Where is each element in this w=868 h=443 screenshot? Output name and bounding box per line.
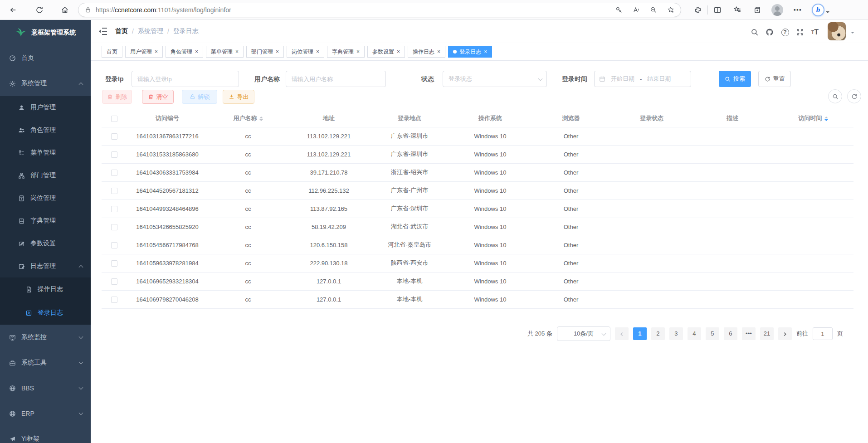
clear-button[interactable]: 清空 xyxy=(142,90,174,104)
sidebar-item-user-mgmt[interactable]: 用户管理 xyxy=(0,96,91,119)
row-checkbox[interactable] xyxy=(111,133,117,140)
browser-menu-icon[interactable]: ⋯ xyxy=(790,3,804,17)
font-size-icon[interactable]: TT xyxy=(809,26,821,38)
row-checkbox[interactable] xyxy=(111,188,117,194)
page-button[interactable]: 4 xyxy=(688,327,701,340)
row-checkbox[interactable] xyxy=(111,278,117,285)
row-checkbox[interactable] xyxy=(111,260,117,267)
search-button[interactable]: 搜索 xyxy=(719,71,751,87)
read-aloud-icon[interactable] xyxy=(633,6,640,14)
more-pages-button[interactable]: ••• xyxy=(742,327,756,340)
close-icon[interactable]: × xyxy=(195,49,198,54)
row-checkbox[interactable] xyxy=(111,242,117,248)
app-logo[interactable]: 意框架管理系统 xyxy=(0,20,91,45)
browser-home-icon[interactable] xyxy=(58,3,72,17)
breadcrumb-home[interactable]: 首页 xyxy=(115,27,128,35)
column-header-user[interactable]: 用户名称 xyxy=(208,110,288,127)
row-checkbox[interactable] xyxy=(111,297,117,303)
sidebar-item-erp[interactable]: ERP xyxy=(0,401,91,426)
tag-operation-log[interactable]: 操作日志× xyxy=(408,46,445,58)
fullscreen-icon[interactable] xyxy=(794,26,806,38)
page-button[interactable]: 3 xyxy=(669,327,683,340)
sidebar-item-param-settings[interactable]: 参数设置 xyxy=(0,232,91,255)
sidebar-item-menu-mgmt[interactable]: 菜单管理 xyxy=(0,141,91,164)
tag-role-mgmt[interactable]: 角色管理× xyxy=(166,46,203,58)
status-select[interactable]: 登录状态 xyxy=(443,71,547,87)
prev-page-button[interactable] xyxy=(615,327,629,340)
sidebar-item-system-tools[interactable]: 系统工具 xyxy=(0,350,91,375)
goto-page-input[interactable] xyxy=(813,327,833,340)
tag-dict-mgmt[interactable]: 字典管理× xyxy=(327,46,365,58)
sidebar-item-dept-mgmt[interactable]: 部门管理 xyxy=(0,164,91,187)
sort-carets-icon[interactable] xyxy=(259,115,263,123)
page-button[interactable]: 1 xyxy=(633,327,647,340)
page-button[interactable]: 2 xyxy=(651,327,665,340)
page-size-select[interactable]: 10条/页 xyxy=(557,326,610,341)
close-icon[interactable]: × xyxy=(276,49,279,54)
sidebar-item-operation-log[interactable]: 操作日志 xyxy=(0,277,91,301)
close-icon[interactable]: × xyxy=(437,49,440,54)
close-icon[interactable]: × xyxy=(155,49,158,54)
row-checkbox[interactable] xyxy=(111,206,117,212)
row-checkbox[interactable] xyxy=(111,224,117,230)
extensions-icon[interactable] xyxy=(691,3,705,17)
sidebar-item-role-mgmt[interactable]: 角色管理 xyxy=(0,119,91,141)
sidebar-item-system-mgmt[interactable]: 系统管理 xyxy=(0,71,91,96)
sidebar-item-login-log[interactable]: 登录日志 xyxy=(0,301,91,325)
copilot-caret-icon[interactable] xyxy=(826,11,829,15)
github-icon[interactable] xyxy=(764,26,775,38)
row-checkbox[interactable] xyxy=(111,151,117,158)
close-icon[interactable]: × xyxy=(397,49,400,54)
toggle-search-button[interactable] xyxy=(828,89,842,103)
user-name-input[interactable] xyxy=(286,71,386,87)
avatar-dropdown-caret-icon[interactable] xyxy=(851,32,854,35)
tag-post-mgmt[interactable]: 岗位管理× xyxy=(287,46,324,58)
breadcrumb-system-mgmt[interactable]: 系统管理 xyxy=(138,27,163,35)
add-favorite-icon[interactable] xyxy=(667,6,674,14)
export-button[interactable]: 导出 xyxy=(223,90,254,104)
page-button[interactable]: 5 xyxy=(706,327,719,340)
sidebar-item-dict-mgmt[interactable]: 字典管理 xyxy=(0,209,91,232)
password-key-icon[interactable] xyxy=(615,6,623,14)
login-ip-input[interactable] xyxy=(132,71,239,87)
sidebar-item-bbs[interactable]: BBS xyxy=(0,375,91,401)
header-search-icon[interactable] xyxy=(749,26,761,38)
tag-home[interactable]: 首页 xyxy=(102,46,122,58)
address-bar[interactable]: https://ccnetcore.com:1101/system/log/lo… xyxy=(78,3,681,17)
sidebar-item-system-monitor[interactable]: 系统监控 xyxy=(0,325,91,350)
tag-menu-mgmt[interactable]: 菜单管理× xyxy=(206,46,244,58)
sidebar-item-post-mgmt[interactable]: 岗位管理 xyxy=(0,187,91,209)
tag-login-log[interactable]: 登录日志× xyxy=(448,46,492,58)
tag-user-mgmt[interactable]: 用户管理× xyxy=(125,46,163,58)
refresh-table-button[interactable] xyxy=(847,89,861,103)
tag-dept-mgmt[interactable]: 部门管理× xyxy=(246,46,284,58)
browser-refresh-icon[interactable] xyxy=(33,3,46,17)
sidebar-item-home[interactable]: 首页 xyxy=(0,45,91,71)
collections-icon[interactable] xyxy=(751,3,764,17)
zoom-out-icon[interactable] xyxy=(650,6,657,14)
split-screen-icon[interactable] xyxy=(711,3,724,17)
sidebar-fold-icon[interactable] xyxy=(98,26,108,37)
browser-back-icon[interactable] xyxy=(6,3,20,17)
next-page-button[interactable] xyxy=(778,327,792,340)
help-icon[interactable]: ? xyxy=(779,26,791,38)
close-icon[interactable]: × xyxy=(316,49,319,54)
copilot-icon[interactable]: b xyxy=(811,3,825,17)
sort-carets-icon[interactable] xyxy=(824,115,828,123)
close-icon[interactable]: × xyxy=(356,49,360,54)
tag-param-settings[interactable]: 参数设置× xyxy=(367,46,405,58)
date-range-picker[interactable]: 开始日期 - 结束日期 xyxy=(594,71,691,87)
close-icon[interactable]: × xyxy=(235,49,239,54)
row-checkbox[interactable] xyxy=(111,170,117,176)
column-header-time[interactable]: 访问时间 xyxy=(773,110,853,127)
page-button[interactable]: 21 xyxy=(760,327,774,340)
browser-profile-avatar[interactable] xyxy=(770,3,784,17)
reset-button[interactable]: 重置 xyxy=(758,71,791,87)
page-button[interactable]: 6 xyxy=(724,327,737,340)
sidebar-item-yi-framework[interactable]: Yi框架 xyxy=(0,426,91,443)
user-avatar[interactable] xyxy=(828,22,846,40)
unlock-button[interactable]: 解锁 xyxy=(182,90,217,104)
close-icon[interactable]: × xyxy=(484,49,487,54)
select-all-checkbox[interactable] xyxy=(111,116,117,122)
delete-button[interactable]: 删除 xyxy=(102,90,132,104)
